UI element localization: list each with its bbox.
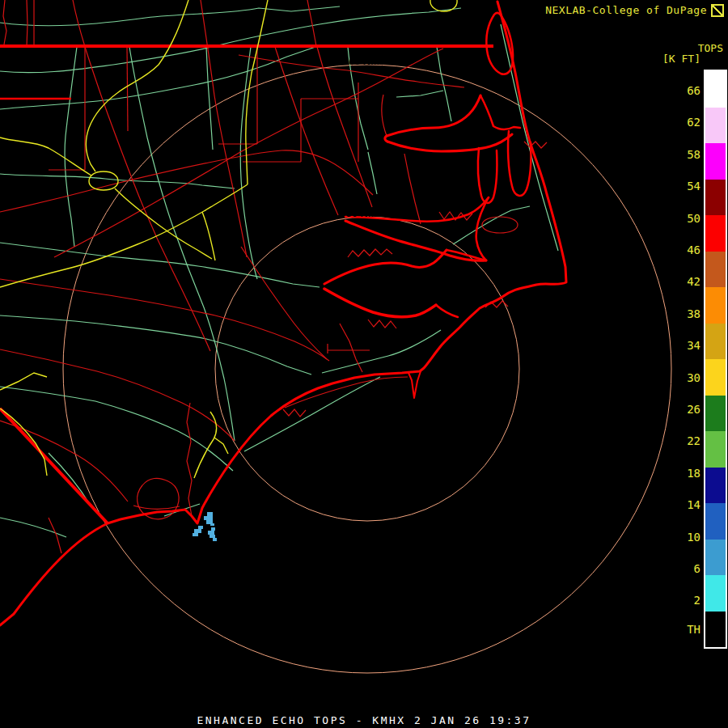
scale-tick-label: 66 (676, 83, 700, 98)
echo-pixel (210, 523, 214, 526)
scale-segment (705, 468, 726, 504)
color-scale-bar (704, 70, 727, 649)
echo-pixel (194, 529, 201, 533)
scale-segment (705, 215, 726, 252)
scale-tick-label: 10 (676, 530, 700, 544)
scale-tick-label: 38 (676, 307, 700, 321)
scale-segment (705, 324, 726, 360)
scale-segment (705, 252, 726, 288)
scale-tick-label: 14 (676, 497, 700, 512)
echo-pixel (211, 527, 215, 531)
product-caption: ENHANCED ECHO TOPS - KMHX 2 JAN 26 19:37 (0, 714, 728, 726)
cod-logo-icon (711, 4, 724, 17)
scale-tick-label: 46 (676, 243, 700, 257)
scale-segment (705, 180, 726, 216)
scale-segment (705, 143, 726, 180)
scale-segment (705, 108, 726, 144)
scale-segment (705, 396, 726, 432)
echo-pixel (207, 512, 213, 516)
scale-segment (705, 612, 726, 647)
echo-pixel (213, 538, 217, 541)
scale-segment (705, 575, 726, 612)
radar-map (0, 0, 728, 728)
scale-tick-label: 54 (676, 179, 700, 193)
ring-label-50nmi: 50 NMI (346, 207, 380, 219)
product-label: TOPS (698, 42, 723, 54)
scale-tick-label: 2 (676, 593, 700, 607)
ring-100nmi (63, 65, 671, 673)
echo-blobs (193, 512, 217, 541)
scale-tick-label: 26 (676, 402, 700, 417)
scale-tick-label: 50 (676, 211, 700, 226)
echo-pixel (208, 531, 214, 535)
ring-50nmi (215, 217, 519, 521)
scale-segment (705, 503, 726, 540)
scale-tick-label: 18 (676, 466, 700, 480)
radar-screen: NEXLAB-College of DuPage TOPS [K FT] 50 … (0, 0, 728, 728)
echo-pixel (193, 533, 198, 536)
scale-segment (705, 287, 726, 324)
roads-red (0, 0, 547, 553)
scale-tick-label: 22 (676, 434, 700, 448)
echo-pixel (198, 526, 203, 529)
scale-segment (705, 359, 726, 396)
scale-tick-label: 42 (676, 274, 700, 289)
roads-green (0, 6, 558, 537)
scale-tick-label: 30 (676, 370, 700, 385)
scale-tick-label: 6 (676, 561, 700, 576)
range-rings (63, 65, 671, 673)
ring-label-100nmi: 100 NMI (343, 55, 383, 67)
color-scale-labels: 66625854504642383430262218141062TH (676, 70, 700, 649)
roads-yellow (0, 0, 457, 478)
scale-segment (705, 71, 726, 108)
scale-tick-label: 58 (676, 147, 700, 162)
units-label: [K FT] (662, 53, 700, 65)
echo-pixel (210, 535, 215, 538)
scale-segment (705, 431, 726, 468)
brand-title: NEXLAB-College of DuPage (545, 4, 707, 16)
scale-th-label: TH (676, 622, 700, 637)
scale-segment (705, 540, 726, 576)
scale-tick-label: 62 (676, 115, 700, 129)
echo-pixel (204, 516, 213, 520)
scale-tick-label: 34 (676, 338, 700, 353)
